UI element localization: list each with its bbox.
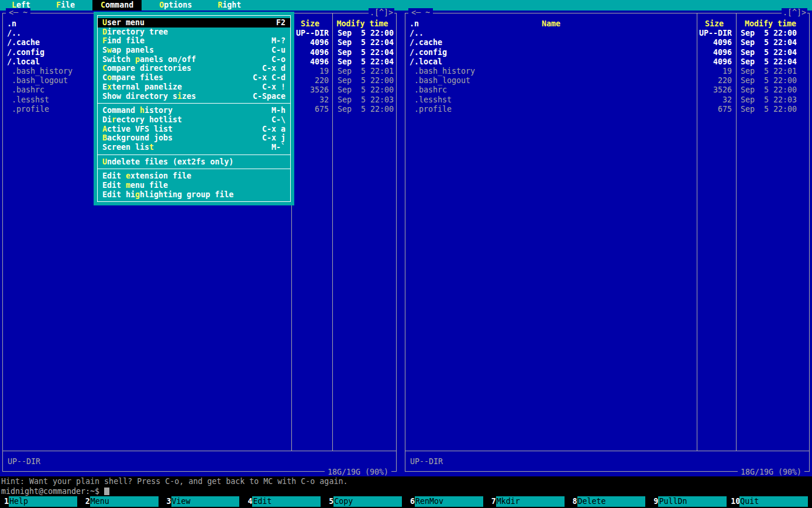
menu-item-show-directory-sizes[interactable]: Show directory sizesC-Space <box>98 92 290 101</box>
up-dir-icon[interactable]: .[^]> <box>369 8 394 17</box>
menu-item-directory-hotlist[interactable]: Directory hotlistC-\ <box>98 115 290 125</box>
command-menu-dropdown: User menuF2 Directory tree Find fileM-? … <box>94 12 294 205</box>
fkey-copy-button[interactable]: 5Copy <box>325 496 406 507</box>
mini-status: UP--DIR <box>8 457 40 466</box>
fkey-edit-button[interactable]: 4Edit <box>243 496 325 507</box>
fkey-renmov-button[interactable]: 6RenMov <box>406 496 487 507</box>
left-panel-path[interactable]: ~ <box>23 8 27 17</box>
menu-file[interactable]: File <box>48 0 83 11</box>
fkey-delete-button[interactable]: 8Delete <box>569 496 650 507</box>
cursor-block <box>104 488 109 495</box>
column-header-name[interactable]: Name <box>405 19 697 29</box>
column-header-mtime[interactable]: Modify time <box>329 19 396 29</box>
column-header-mtime[interactable]: Modify time <box>732 19 809 29</box>
column-separator <box>697 13 697 451</box>
fkey-help-button[interactable]: 1Help <box>0 496 81 507</box>
right-panel-title: <─ ~ <box>408 8 433 17</box>
right-panel-path[interactable]: ~ <box>425 8 430 17</box>
free-space-indicator: 18G/19G (90%) <box>325 468 391 476</box>
history-back-icon[interactable]: <─ <box>9 8 18 17</box>
menu-item-undelete-files[interactable]: Undelete files (ext2fs only) <box>98 157 290 167</box>
menu-item-find-file[interactable]: Find fileM-? <box>98 36 290 46</box>
column-separator <box>332 13 333 451</box>
menu-item-user-menu[interactable]: User menuF2 <box>98 18 290 28</box>
free-space-indicator: 18G/19G (90%) <box>738 468 804 476</box>
hint-line: Hint: Want your plain shell? Press C-o, … <box>0 476 812 486</box>
menu-item-compare-files[interactable]: Compare filesC-x C-d <box>98 73 290 83</box>
midnight-commander-screen: Left File Command Options Right <─ ~ .[^… <box>0 0 812 508</box>
right-panel: <─ ~ .[^]> .nName Size Modify time /..UP… <box>405 13 810 472</box>
column-header-size[interactable]: Size <box>291 19 329 29</box>
command-line[interactable]: midnight@commander:~$ <box>0 486 812 496</box>
file-row-updir[interactable]: /..UP--DIRSep 5 22:00 <box>405 29 809 38</box>
fkey-menu-button[interactable]: 2Menu <box>81 496 163 507</box>
file-row[interactable]: .profile675Sep 5 22:00 <box>405 105 809 114</box>
file-row[interactable]: .lesshst32Sep 5 22:03 <box>405 95 809 105</box>
function-key-bar: 1Help 2Menu 3View 4Edit 5Copy 6RenMov 7M… <box>0 496 812 507</box>
menu-item-command-history[interactable]: Command historyM-h <box>98 106 290 115</box>
mini-status-separator <box>3 451 396 451</box>
fkey-pulldn-button[interactable]: 9PullDn <box>649 496 731 507</box>
menu-item-background-jobs[interactable]: Background jobsC-x j <box>98 133 290 143</box>
column-header-size[interactable]: Size <box>697 19 732 29</box>
file-row[interactable]: .bash_history19Sep 5 22:01 <box>405 67 809 76</box>
menu-item-compare-directories[interactable]: Compare directoriesC-x d <box>98 64 290 73</box>
menu-item-active-vfs-list[interactable]: Active VFS listC-x a <box>98 125 290 134</box>
menu-item-screen-list[interactable]: Screen listM-` <box>98 143 290 152</box>
fkey-quit-button[interactable]: 10Quit <box>731 496 812 507</box>
menu-item-edit-menu-file[interactable]: Edit menu file <box>98 181 290 190</box>
history-back-icon[interactable]: <─ <box>411 8 421 17</box>
right-header-row: .nName Size Modify time <box>405 19 809 29</box>
right-file-list: .nName Size Modify time /..UP--DIRSep 5 … <box>405 19 809 114</box>
file-row[interactable]: .bashrc3526Sep 5 22:00 <box>405 85 809 95</box>
menu-item-swap-panels[interactable]: Swap panelsC-u <box>98 46 290 55</box>
menu-item-directory-tree[interactable]: Directory tree <box>98 28 290 37</box>
fkey-view-button[interactable]: 3View <box>163 496 244 507</box>
menu-command[interactable]: Command <box>92 0 142 11</box>
fkey-mkdir-button[interactable]: 7Mkdir <box>487 496 569 507</box>
menu-item-edit-highlighting-group-file[interactable]: Edit highlighting group file <box>98 190 290 200</box>
mini-status: UP--DIR <box>410 457 443 466</box>
menu-bar: Left File Command Options Right <box>0 0 812 11</box>
menu-item-switch-panels-on-off[interactable]: Switch panels on/offC-o <box>98 55 290 64</box>
menu-right[interactable]: Right <box>209 0 249 11</box>
mini-status-separator <box>405 451 809 451</box>
up-dir-icon[interactable]: .[^]> <box>782 8 807 17</box>
column-separator <box>736 13 737 451</box>
file-row[interactable]: .bash_logout220Sep 5 22:00 <box>405 76 809 85</box>
file-row[interactable]: /.config4096Sep 5 22:04 <box>405 48 809 57</box>
menu-options[interactable]: Options <box>151 0 200 11</box>
left-panel-title: <─ ~ <box>6 8 30 17</box>
file-row[interactable]: /.cache4096Sep 5 22:04 <box>405 38 809 47</box>
menu-item-edit-extension-file[interactable]: Edit extension file <box>98 171 290 181</box>
menu-item-external-panelize[interactable]: External panelizeC-x ! <box>98 83 290 92</box>
file-row[interactable]: /.local4096Sep 5 22:04 <box>405 57 809 67</box>
shell-prompt: midnight@commander:~$ <box>1 487 99 496</box>
